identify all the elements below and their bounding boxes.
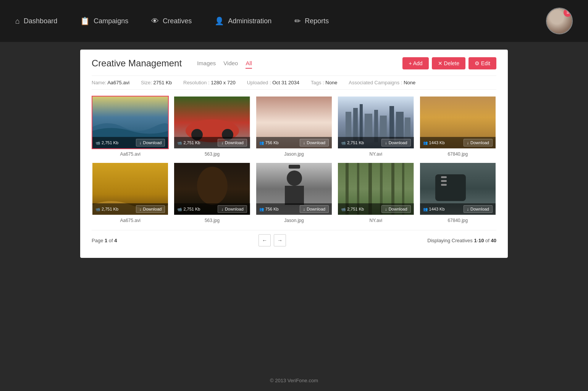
copyright: © 2013 VeriFone.com — [270, 378, 318, 383]
creative-thumb[interactable]: 📹2,751 Kb↓Download — [173, 96, 250, 149]
admin-icon: 👤 — [215, 16, 224, 26]
creative-filename: 563.jpg — [173, 217, 250, 224]
nav-campaigns-label: Campaigns — [94, 17, 128, 25]
download-icon: ↓ — [385, 140, 387, 145]
svg-rect-35 — [441, 184, 447, 186]
nav-administration[interactable]: 👤 Administration — [215, 16, 271, 26]
creative-filename: NY.avi — [337, 151, 414, 158]
display-info: Displaying Creatives 1-10 of 40 — [427, 238, 496, 243]
creative-bottom-bar: 👥756 Kb↓Download — [256, 137, 332, 148]
download-button[interactable]: ↓Download — [300, 139, 329, 146]
file-size-badge: 📹2,751 Kb — [341, 207, 364, 211]
download-button[interactable]: ↓Download — [464, 139, 493, 146]
nav-creatives-label: Creatives — [163, 17, 192, 25]
creative-thumb[interactable]: 📹2,751 Kb↓Download — [337, 162, 414, 216]
creative-item: 📹2,751 Kb↓DownloadAa675.avi — [92, 162, 169, 224]
creative-bottom-bar: 📹2,751 Kb↓Download — [338, 203, 414, 215]
creative-thumb[interactable]: 👥1443 Kb↓Download — [419, 96, 496, 149]
creative-thumb[interactable]: 📹2,751 Kb↓Download — [173, 162, 250, 216]
creative-bottom-bar: 👥1443 Kb↓Download — [420, 137, 496, 148]
next-page-button[interactable]: → — [274, 234, 286, 246]
campaigns-value: None — [404, 80, 415, 85]
creative-bottom-bar: 📹2,751 Kb↓Download — [92, 203, 168, 215]
file-uploaded-info: Uploaded : Oct 31 2034 — [247, 80, 299, 85]
filter-tabs: Images Video All — [197, 58, 402, 69]
image-icon: 👥 — [259, 141, 264, 145]
size-text: 2,751 Kb — [183, 140, 200, 145]
download-icon: ↓ — [221, 207, 223, 211]
range-end: 10 — [478, 238, 484, 243]
avatar[interactable]: ≡ — [546, 8, 573, 34]
download-icon: ↓ — [303, 140, 305, 145]
download-button[interactable]: ↓Download — [300, 205, 329, 213]
download-label: Download — [470, 207, 489, 211]
add-button[interactable]: + Add — [402, 57, 428, 69]
creative-item: 👥1443 Kb↓Download67840.jpg — [419, 96, 496, 158]
download-button[interactable]: ↓Download — [218, 139, 247, 146]
download-label: Download — [307, 207, 325, 211]
size-text: 2,751 Kb — [102, 140, 118, 145]
download-button[interactable]: ↓Download — [136, 139, 165, 146]
video-icon: 📹 — [177, 141, 182, 145]
file-size-info: Size: 2751 Kb — [141, 80, 172, 85]
download-label: Download — [389, 140, 407, 145]
edit-button[interactable]: ⚙ Edit — [468, 57, 496, 69]
download-icon: ↓ — [139, 140, 142, 145]
creative-filename: Jason.jpg — [255, 217, 333, 224]
nav-campaigns[interactable]: 📋 Campaigns — [80, 16, 128, 26]
tab-video[interactable]: Video — [223, 58, 238, 69]
creative-item: 📹2,751 Kb↓Download563.jpg — [173, 96, 250, 158]
download-label: Download — [143, 207, 162, 211]
campaigns-label: Associated Campaigns : — [349, 80, 402, 85]
download-label: Download — [307, 140, 325, 145]
download-label: Download — [225, 140, 244, 145]
file-size-badge: 👥756 Kb — [259, 207, 279, 211]
download-icon: ↓ — [139, 207, 142, 211]
size-text: 756 Kb — [265, 140, 279, 145]
download-button[interactable]: ↓Download — [464, 205, 493, 213]
creative-thumb[interactable]: 👥756 Kb↓Download — [255, 96, 333, 149]
download-button[interactable]: ↓Download — [218, 205, 247, 213]
prev-page-button[interactable]: ← — [258, 234, 271, 246]
file-name-info: Name: Aa675.avi — [92, 80, 129, 85]
resolution-label: Resolution : — [183, 80, 210, 85]
action-buttons: + Add ✕ Delete ⚙ Edit — [402, 57, 496, 69]
campaigns-icon: 📋 — [80, 16, 90, 26]
download-button[interactable]: ↓Download — [381, 139, 410, 146]
nav-items: Dashboard 📋 Campaigns 👁 Creatives 👤 Admi… — [15, 16, 546, 26]
page-title: Creative Management — [92, 58, 182, 69]
creative-thumb[interactable]: 📹2,751 Kb↓Download — [337, 96, 414, 149]
download-button[interactable]: ↓Download — [381, 205, 410, 213]
tab-images[interactable]: Images — [197, 58, 216, 69]
size-text: 2,751 Kb — [183, 207, 200, 211]
size-text: 2,751 Kb — [347, 140, 364, 145]
creative-item: 📹2,751 Kb↓DownloadNY.avi — [337, 162, 414, 224]
delete-button[interactable]: ✕ Delete — [432, 57, 465, 69]
nav-creatives[interactable]: 👁 Creatives — [151, 17, 192, 26]
download-label: Download — [389, 207, 407, 211]
main-card: Creative Management Images Video All + A… — [80, 50, 508, 258]
download-icon: ↓ — [467, 207, 469, 211]
creative-thumb[interactable]: 👥756 Kb↓Download — [255, 162, 333, 216]
creative-bottom-bar: 📹2,751 Kb↓Download — [338, 137, 414, 148]
creative-filename: Jason.jpg — [255, 151, 333, 158]
nav-dashboard[interactable]: Dashboard — [15, 17, 57, 26]
creatives-icon: 👁 — [151, 17, 159, 26]
download-button[interactable]: ↓Download — [136, 205, 165, 213]
creative-filename: Aa675.avi — [92, 217, 169, 224]
svg-point-19 — [197, 167, 228, 205]
creative-thumb[interactable]: 👥1443 Kb↓Download — [419, 162, 496, 216]
creative-bottom-bar: 📹2,751 Kb↓Download — [174, 137, 250, 148]
tab-all[interactable]: All — [246, 58, 252, 69]
of-total-label: of — [485, 238, 491, 243]
file-size-badge: 📹2,751 Kb — [177, 140, 200, 145]
size-text: 1443 Kb — [429, 207, 445, 211]
creative-bottom-bar: 👥1443 Kb↓Download — [420, 203, 496, 215]
svg-rect-23 — [285, 186, 304, 205]
page-nav: ← → — [258, 234, 286, 246]
creative-bottom-bar: 📹2,751 Kb↓Download — [92, 137, 168, 148]
creative-thumb[interactable]: 📹2,751 Kb↓Download — [92, 96, 169, 149]
video-icon: 📹 — [95, 141, 100, 145]
creative-thumb[interactable]: 📹2,751 Kb↓Download — [92, 162, 169, 216]
nav-reports[interactable]: ✏ Reports — [294, 16, 329, 26]
